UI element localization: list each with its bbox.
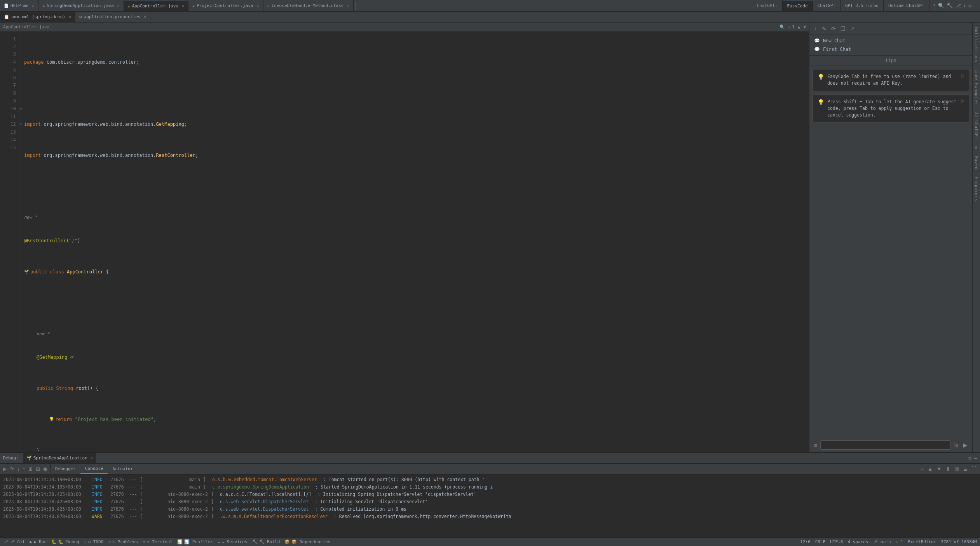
sidebar-endpoints[interactable]: Endpoints: [973, 174, 979, 204]
debug-app-tab[interactable]: 🌱 SpringDemoApplication ×: [23, 453, 96, 463]
debug-frames-btn[interactable]: ⊞: [27, 465, 34, 473]
chat-tab-easycode[interactable]: EasyCode: [783, 0, 813, 11]
panel-tab-actuator[interactable]: Actuator: [108, 464, 138, 474]
code-editor[interactable]: 1 2 3 4 5 6 7 8 9 10 ▼ 11 12: [0, 32, 809, 452]
debug-threads-btn[interactable]: ⊟: [35, 465, 41, 473]
bottom-debug-panel: Debug: 🌱 SpringDemoApplication × ⚙ — ▶ ↷…: [0, 452, 980, 537]
sidebar-maven[interactable]: Maven: [973, 153, 979, 173]
github-icon[interactable]: ⎇: [955, 3, 961, 9]
chat-send-btn[interactable]: ▶: [962, 440, 969, 450]
status-build[interactable]: 🔨 🔨 Build: [252, 539, 280, 544]
tips-content: 💡 EasyCode Tab is free to use (rate limi…: [809, 66, 972, 438]
debug-step-out[interactable]: ↑: [22, 465, 27, 473]
tab-close-spring[interactable]: ×: [117, 3, 120, 8]
sidebar-m[interactable]: m: [973, 143, 979, 152]
console-scroll-down[interactable]: ▼: [935, 465, 943, 473]
debug-close-btn[interactable]: ×: [91, 456, 93, 460]
navigate-up-icon[interactable]: ▲: [798, 24, 800, 30]
status-problems[interactable]: ⚠ ⚠ Problems: [108, 539, 138, 544]
chat-tab-chatgpt[interactable]: ChatGPT: [813, 0, 840, 11]
status-position[interactable]: 12:6: [800, 539, 811, 544]
debug-run-btn[interactable]: ▶: [2, 465, 8, 473]
console-clear[interactable]: 🗑: [953, 465, 961, 473]
tab2-app-props[interactable]: ⚙ application.properties ×: [75, 12, 150, 22]
debug-step-over[interactable]: ↷: [9, 465, 15, 473]
status-profiler[interactable]: 📊 📊 Profiler: [177, 539, 213, 544]
build-icon[interactable]: 🔨: [947, 3, 953, 9]
code-content[interactable]: package com.obiscr.springdemo.controller…: [19, 32, 809, 452]
get-mapping-gear[interactable]: ⚙: [70, 353, 73, 361]
java-icon-2: ☕: [128, 4, 130, 8]
tip-copy-1[interactable]: ⎘: [961, 73, 964, 79]
tab-help-md[interactable]: 📄 HELP.md ×: [0, 0, 38, 11]
log-class-4: o.s.web.servlet.DispatcherServlet: [220, 498, 309, 506]
console-maximize[interactable]: ⛶: [970, 465, 978, 473]
panel-tab-console[interactable]: Console: [80, 464, 108, 474]
tab-close-project[interactable]: ×: [257, 3, 259, 8]
status-todo[interactable]: ☑ ☑ TODO: [84, 539, 103, 544]
tab2-close-pom[interactable]: ×: [69, 15, 71, 19]
console-filter-btn[interactable]: ≡: [920, 465, 925, 473]
filter-icon[interactable]: ≡: [813, 440, 819, 450]
status-line-sep[interactable]: CRLF: [815, 539, 826, 544]
panel-tab-debugger[interactable]: Debugger: [51, 464, 80, 474]
export-btn[interactable]: ↗: [849, 25, 856, 33]
fold-icon-12[interactable]: ▼: [20, 120, 22, 128]
tab-app-controller[interactable]: ☕ AppController.java ×: [124, 0, 188, 11]
debug-close-panel-icon[interactable]: —: [974, 455, 977, 461]
fold-icon-10[interactable]: ▼: [20, 105, 22, 113]
tab-close-invocable[interactable]: ×: [347, 3, 349, 8]
status-warning[interactable]: ⚠ 1: [896, 539, 903, 544]
chat-tab-online[interactable]: Online ChatGPT: [884, 0, 929, 11]
warning-indicator[interactable]: ⚠ 1: [788, 24, 795, 30]
console-pause[interactable]: ⏸: [944, 465, 952, 473]
status-git[interactable]: ⎇ ⎇ Git: [3, 539, 25, 544]
tab-close-help[interactable]: ×: [32, 3, 34, 8]
minimize-icon[interactable]: —: [974, 3, 977, 9]
status-terminal[interactable]: ⌨ ⌨ Terminal: [143, 539, 173, 544]
new-chat-menu-item[interactable]: 💬 New Chat: [809, 37, 972, 45]
sidebar-code-examples[interactable]: Code Examples: [973, 66, 979, 108]
status-run[interactable]: ▶ ▶ Run: [30, 539, 47, 544]
tip-copy-2[interactable]: ⎘: [961, 99, 964, 104]
search-icon[interactable]: 🔍: [938, 3, 944, 9]
tab2-pom-xml[interactable]: 📋 pom.xml (spring-demo) ×: [0, 12, 75, 22]
edit-btn[interactable]: ✎: [820, 25, 828, 33]
chat-input[interactable]: [820, 440, 951, 450]
status-debug[interactable]: 🐛 🐛 Debug: [51, 539, 79, 544]
lightbulb-icon[interactable]: 💡: [49, 416, 54, 423]
tab-close-appcontroller[interactable]: ×: [182, 4, 184, 8]
console-scroll-up[interactable]: ▲: [926, 465, 934, 473]
chat-tab-gpt35[interactable]: GPT-3.5-Turbo: [840, 0, 884, 11]
sidebar-ai-chatgpt[interactable]: AI ChatGPT: [973, 109, 979, 143]
status-encoding[interactable]: UTF-8: [830, 539, 843, 544]
first-chat-menu-item[interactable]: 💬 First Chat: [809, 45, 972, 54]
line-num-1: 1: [3, 35, 16, 43]
status-file-editor[interactable]: ExcelEditor: [908, 539, 936, 544]
code-line-8: [24, 299, 804, 307]
tab-spring-demo-app[interactable]: ☕ SpringDemoApplication.java ×: [38, 0, 124, 11]
search-in-file-icon[interactable]: 🔍: [779, 24, 785, 30]
copy-btn[interactable]: ❐: [839, 25, 847, 33]
console-output[interactable]: 2023-08-04T19:14:34.190+08:00 INFO 27676…: [0, 475, 980, 537]
line-num-14: 14: [3, 136, 16, 144]
question-icon[interactable]: ?: [933, 3, 936, 9]
console-settings[interactable]: ≣: [962, 465, 969, 473]
status-branch[interactable]: ⎇ main: [873, 539, 891, 544]
status-dependencies[interactable]: 📦 📦 Dependencies: [284, 539, 330, 544]
debug-settings-icon[interactable]: ⚙: [968, 455, 971, 461]
debug-step-into[interactable]: ↓: [16, 465, 21, 473]
navigate-down-icon[interactable]: ▼: [803, 24, 806, 30]
status-services[interactable]: ☁ ☁ Services: [218, 539, 248, 544]
settings-icon[interactable]: ⚙: [968, 3, 971, 9]
tab2-close-props[interactable]: ×: [144, 15, 146, 19]
tab-project-controller[interactable]: ☕ ProjectController.java ×: [188, 0, 263, 11]
chat-filter-options-btn[interactable]: ≋: [952, 440, 960, 450]
sidebar-notifications[interactable]: Notifications: [973, 24, 979, 66]
refresh-btn[interactable]: ⟳: [830, 25, 837, 33]
upload-icon[interactable]: ↑: [963, 3, 966, 9]
tab-invocable-handler[interactable]: ☕ InvocableHandlerMethod.class ×: [263, 0, 354, 11]
status-indent[interactable]: 4 spaces: [847, 539, 868, 544]
new-chat-plus-btn[interactable]: +: [813, 25, 819, 33]
debug-breakpoints-btn[interactable]: ◉: [42, 465, 49, 473]
